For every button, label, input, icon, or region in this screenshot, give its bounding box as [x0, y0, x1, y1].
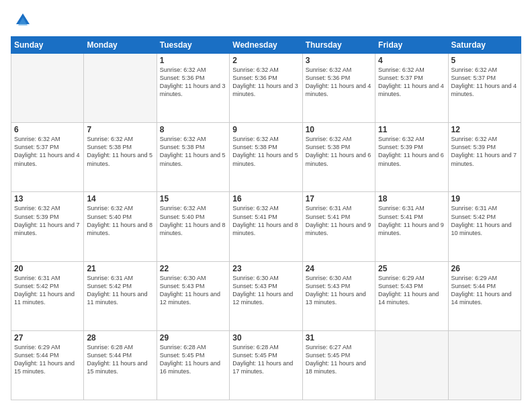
day-info: Sunrise: 6:30 AM Sunset: 5:43 PM Dayligh… [232, 274, 299, 307]
calendar-header-row: SundayMondayTuesdayWednesdayThursdayFrid… [11, 37, 521, 54]
calendar-cell: 8Sunrise: 6:32 AM Sunset: 5:38 PM Daylig… [157, 123, 229, 192]
day-number: 7 [87, 125, 153, 134]
day-number: 27 [14, 333, 81, 342]
calendar-cell: 4Sunrise: 6:32 AM Sunset: 5:37 PM Daylig… [375, 54, 448, 123]
calendar-cell: 29Sunrise: 6:28 AM Sunset: 5:45 PM Dayli… [157, 330, 229, 400]
calendar-cell: 24Sunrise: 6:30 AM Sunset: 5:43 PM Dayli… [302, 261, 375, 330]
day-number: 24 [306, 264, 372, 273]
calendar-header-thursday: Thursday [302, 37, 375, 54]
day-info: Sunrise: 6:28 AM Sunset: 5:44 PM Dayligh… [87, 343, 153, 376]
day-number: 23 [232, 264, 299, 273]
day-info: Sunrise: 6:29 AM Sunset: 5:44 PM Dayligh… [14, 343, 81, 376]
calendar-cell: 14Sunrise: 6:32 AM Sunset: 5:40 PM Dayli… [84, 192, 157, 261]
calendar-cell: 22Sunrise: 6:30 AM Sunset: 5:43 PM Dayli… [157, 261, 229, 330]
calendar-cell [448, 330, 521, 400]
day-number: 26 [451, 264, 518, 273]
day-info: Sunrise: 6:32 AM Sunset: 5:39 PM Dayligh… [451, 135, 518, 168]
day-number: 25 [378, 264, 445, 273]
calendar-cell: 18Sunrise: 6:31 AM Sunset: 5:41 PM Dayli… [375, 192, 448, 261]
calendar-header-sunday: Sunday [11, 37, 84, 54]
day-number: 14 [87, 194, 153, 203]
calendar-week-5: 27Sunrise: 6:29 AM Sunset: 5:44 PM Dayli… [11, 330, 521, 400]
day-number: 3 [306, 56, 372, 65]
day-info: Sunrise: 6:27 AM Sunset: 5:45 PM Dayligh… [306, 343, 372, 376]
day-number: 19 [451, 194, 518, 203]
logo [11, 11, 32, 30]
page: SundayMondayTuesdayWednesdayThursdayFrid… [0, 0, 532, 411]
calendar-week-1: 1Sunrise: 6:32 AM Sunset: 5:36 PM Daylig… [11, 54, 521, 123]
day-number: 4 [378, 56, 445, 65]
day-number: 1 [160, 56, 226, 65]
calendar-cell: 26Sunrise: 6:29 AM Sunset: 5:44 PM Dayli… [448, 261, 521, 330]
day-number: 2 [232, 56, 299, 65]
calendar-cell: 11Sunrise: 6:32 AM Sunset: 5:39 PM Dayli… [375, 123, 448, 192]
day-info: Sunrise: 6:32 AM Sunset: 5:37 PM Dayligh… [451, 66, 518, 99]
day-info: Sunrise: 6:32 AM Sunset: 5:36 PM Dayligh… [306, 66, 372, 99]
calendar-cell: 27Sunrise: 6:29 AM Sunset: 5:44 PM Dayli… [11, 330, 84, 400]
calendar-table: SundayMondayTuesdayWednesdayThursdayFrid… [11, 36, 521, 400]
calendar-week-4: 20Sunrise: 6:31 AM Sunset: 5:42 PM Dayli… [11, 261, 521, 330]
day-info: Sunrise: 6:31 AM Sunset: 5:42 PM Dayligh… [87, 274, 153, 307]
calendar-header-tuesday: Tuesday [157, 37, 229, 54]
calendar-cell: 31Sunrise: 6:27 AM Sunset: 5:45 PM Dayli… [302, 330, 375, 400]
day-number: 30 [232, 333, 299, 342]
day-info: Sunrise: 6:32 AM Sunset: 5:38 PM Dayligh… [87, 135, 153, 168]
calendar-cell: 23Sunrise: 6:30 AM Sunset: 5:43 PM Dayli… [230, 261, 302, 330]
calendar-cell: 25Sunrise: 6:29 AM Sunset: 5:43 PM Dayli… [375, 261, 448, 330]
calendar-cell: 30Sunrise: 6:28 AM Sunset: 5:45 PM Dayli… [230, 330, 302, 400]
calendar-cell: 12Sunrise: 6:32 AM Sunset: 5:39 PM Dayli… [448, 123, 521, 192]
calendar-week-2: 6Sunrise: 6:32 AM Sunset: 5:37 PM Daylig… [11, 123, 521, 192]
calendar-cell: 6Sunrise: 6:32 AM Sunset: 5:37 PM Daylig… [11, 123, 84, 192]
day-info: Sunrise: 6:28 AM Sunset: 5:45 PM Dayligh… [160, 343, 226, 376]
day-number: 20 [14, 264, 81, 273]
day-info: Sunrise: 6:29 AM Sunset: 5:44 PM Dayligh… [451, 274, 518, 307]
day-info: Sunrise: 6:31 AM Sunset: 5:42 PM Dayligh… [451, 204, 518, 237]
day-info: Sunrise: 6:31 AM Sunset: 5:42 PM Dayligh… [14, 274, 81, 307]
day-number: 15 [160, 194, 226, 203]
day-info: Sunrise: 6:32 AM Sunset: 5:36 PM Dayligh… [232, 66, 299, 99]
calendar-cell: 9Sunrise: 6:32 AM Sunset: 5:38 PM Daylig… [230, 123, 302, 192]
day-number: 12 [451, 125, 518, 134]
calendar-cell: 17Sunrise: 6:31 AM Sunset: 5:41 PM Dayli… [302, 192, 375, 261]
day-number: 5 [451, 56, 518, 65]
day-info: Sunrise: 6:32 AM Sunset: 5:37 PM Dayligh… [14, 135, 81, 168]
calendar-cell: 13Sunrise: 6:32 AM Sunset: 5:39 PM Dayli… [11, 192, 84, 261]
day-number: 29 [160, 333, 226, 342]
day-info: Sunrise: 6:32 AM Sunset: 5:38 PM Dayligh… [306, 135, 372, 168]
day-number: 31 [306, 333, 372, 342]
day-number: 11 [378, 125, 445, 134]
header [11, 11, 521, 30]
calendar-week-3: 13Sunrise: 6:32 AM Sunset: 5:39 PM Dayli… [11, 192, 521, 261]
day-info: Sunrise: 6:31 AM Sunset: 5:41 PM Dayligh… [378, 204, 445, 237]
calendar-cell [11, 54, 84, 123]
day-number: 16 [232, 194, 299, 203]
calendar-cell: 19Sunrise: 6:31 AM Sunset: 5:42 PM Dayli… [448, 192, 521, 261]
day-info: Sunrise: 6:29 AM Sunset: 5:43 PM Dayligh… [378, 274, 445, 307]
calendar-cell: 28Sunrise: 6:28 AM Sunset: 5:44 PM Dayli… [84, 330, 157, 400]
day-number: 17 [306, 194, 372, 203]
calendar-cell [375, 330, 448, 400]
calendar-cell: 15Sunrise: 6:32 AM Sunset: 5:40 PM Dayli… [157, 192, 229, 261]
calendar-cell: 16Sunrise: 6:32 AM Sunset: 5:41 PM Dayli… [230, 192, 302, 261]
calendar-header-friday: Friday [375, 37, 448, 54]
calendar-header-monday: Monday [84, 37, 157, 54]
day-info: Sunrise: 6:32 AM Sunset: 5:38 PM Dayligh… [160, 135, 226, 168]
day-info: Sunrise: 6:32 AM Sunset: 5:39 PM Dayligh… [14, 204, 81, 237]
day-info: Sunrise: 6:32 AM Sunset: 5:36 PM Dayligh… [160, 66, 226, 99]
day-number: 22 [160, 264, 226, 273]
calendar-cell: 3Sunrise: 6:32 AM Sunset: 5:36 PM Daylig… [302, 54, 375, 123]
day-number: 18 [378, 194, 445, 203]
calendar-cell: 21Sunrise: 6:31 AM Sunset: 5:42 PM Dayli… [84, 261, 157, 330]
calendar-cell: 7Sunrise: 6:32 AM Sunset: 5:38 PM Daylig… [84, 123, 157, 192]
calendar-cell: 5Sunrise: 6:32 AM Sunset: 5:37 PM Daylig… [448, 54, 521, 123]
day-info: Sunrise: 6:32 AM Sunset: 5:40 PM Dayligh… [87, 204, 153, 237]
day-number: 28 [87, 333, 153, 342]
calendar-header-saturday: Saturday [448, 37, 521, 54]
logo-icon [13, 11, 32, 30]
day-info: Sunrise: 6:30 AM Sunset: 5:43 PM Dayligh… [306, 274, 372, 307]
day-info: Sunrise: 6:32 AM Sunset: 5:39 PM Dayligh… [378, 135, 445, 168]
day-number: 8 [160, 125, 226, 134]
calendar-cell: 2Sunrise: 6:32 AM Sunset: 5:36 PM Daylig… [230, 54, 302, 123]
day-number: 6 [14, 125, 81, 134]
day-info: Sunrise: 6:31 AM Sunset: 5:41 PM Dayligh… [306, 204, 372, 237]
